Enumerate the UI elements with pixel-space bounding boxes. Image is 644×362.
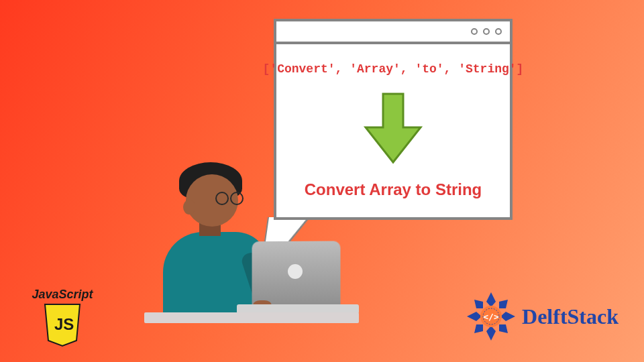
js-shield-text: JS	[54, 315, 74, 333]
window-control-dot	[483, 28, 490, 35]
window-control-dot	[471, 28, 478, 35]
window-control-dot	[495, 28, 502, 35]
svg-text:</>: </>	[483, 312, 499, 322]
laptop-logo-icon	[288, 264, 303, 279]
javascript-shield-icon: JS	[25, 303, 99, 347]
array-literal-text: ['Convert', 'Array', 'to', 'String']	[263, 62, 524, 76]
desk	[144, 312, 359, 323]
ear	[183, 200, 195, 215]
javascript-badge: JavaScript JS	[25, 288, 99, 347]
window-header	[276, 21, 510, 44]
arrow-down-icon	[363, 91, 423, 165]
brand-mandala-icon: </>	[464, 290, 518, 343]
brand-name: DelftStack	[522, 304, 619, 329]
person-at-laptop	[151, 174, 352, 349]
delftstack-logo: </> DelftStack	[464, 290, 619, 343]
glasses-icon	[215, 194, 245, 205]
javascript-label: JavaScript	[25, 288, 99, 302]
